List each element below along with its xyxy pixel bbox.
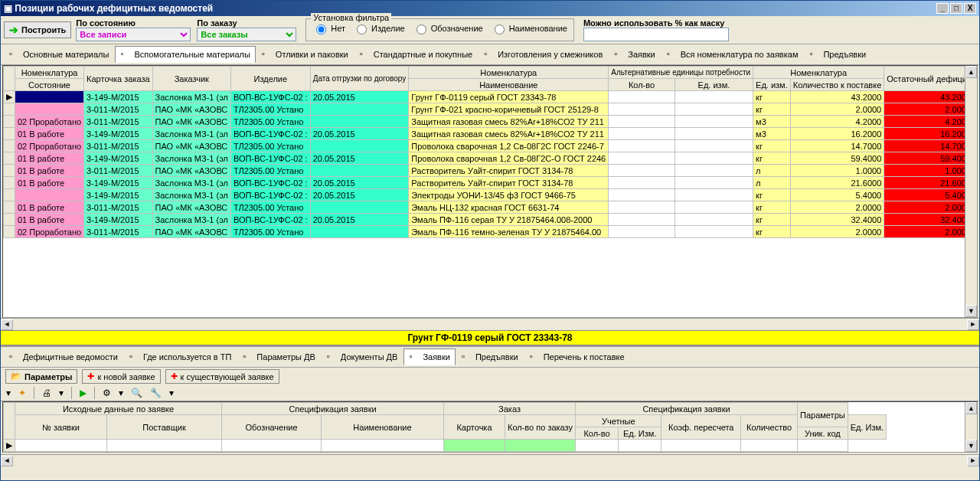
- lower-tab-6[interactable]: ▫Перечень к поставке: [524, 348, 630, 365]
- radio-desig[interactable]: Обозначение: [413, 22, 483, 34]
- lower-tab-0[interactable]: ▫Дефицитные ведомости: [4, 348, 123, 365]
- tab-icon: ▫: [120, 49, 131, 60]
- tab-icon: ▫: [129, 352, 140, 362]
- window-icon: ▣: [4, 3, 12, 14]
- tab-icon: ▫: [262, 49, 273, 60]
- table-row[interactable]: 3-011-M/2015 ПАО «МК «АЗОВС ТЛ2305.00 Ус…: [4, 103, 978, 116]
- mask-input[interactable]: [583, 28, 729, 41]
- tab-icon: ▫: [462, 352, 472, 362]
- lower-tabs: ▫Дефицитные ведомости▫Где используется в…: [1, 347, 979, 368]
- tab-icon: ▫: [667, 49, 678, 60]
- radio-no[interactable]: Нет: [312, 22, 345, 34]
- hscroll-lower[interactable]: ◄►: [1, 454, 979, 466]
- tab-icon: ▫: [530, 352, 541, 362]
- sub-tab-0[interactable]: 📂 Параметры: [5, 369, 77, 384]
- main-tab-3[interactable]: ▫Стандартные и покупные: [354, 46, 478, 63]
- order-select[interactable]: Все заказы: [197, 28, 296, 41]
- tab-icon: ▫: [614, 49, 625, 60]
- print-icon[interactable]: 🖨: [40, 387, 54, 399]
- lower-tab-2[interactable]: ▫Параметры ДВ: [237, 348, 320, 365]
- main-tab-5[interactable]: ▫Заявки: [609, 46, 661, 63]
- table-row[interactable]: ▶: [4, 440, 887, 452]
- table-row[interactable]: 02 Проработано 3-011-M/2015 ПАО «МК «АЗО…: [4, 226, 978, 238]
- mask-group: Можно использовать % как маску: [583, 18, 729, 41]
- filter-setup-group: Установка фильтра Нет Изделие Обозначени…: [305, 18, 574, 41]
- table-row[interactable]: 01 В работе 3-149-M/2015 Заслонка МЗ-1 (…: [4, 128, 978, 140]
- table-row[interactable]: 01 В работе 3-011-M/2015 ПАО «МК «АЗОВС …: [4, 201, 978, 214]
- table-row[interactable]: 01 В работе 3-149-M/2015 Заслонка МЗ-1 (…: [4, 152, 978, 165]
- radio-item[interactable]: Изделие: [353, 22, 405, 34]
- plus-icon: ✚: [171, 371, 178, 381]
- refresh-icon[interactable]: ✦: [16, 387, 28, 399]
- close-button[interactable]: X: [964, 3, 976, 14]
- search-icon[interactable]: 🔍: [129, 387, 145, 399]
- main-tabs: ▫Основные материалы▫Вспомогательные мате…: [1, 44, 979, 65]
- build-button[interactable]: ➔ Построить: [4, 21, 71, 38]
- tab-icon: ▫: [360, 49, 371, 60]
- lower-tab-5[interactable]: ▫Предъявки: [456, 348, 524, 365]
- state-select[interactable]: Все записи: [76, 28, 191, 41]
- sub-tabs: 📂 Параметры✚ к новой заявке✚ к существую…: [1, 368, 979, 385]
- radio-name[interactable]: Наименование: [491, 22, 567, 34]
- tab-icon: ▫: [484, 49, 495, 60]
- main-tab-1[interactable]: ▫Вспомогательные материалы: [115, 46, 255, 63]
- vscroll-lower[interactable]: ▲▼: [965, 402, 977, 452]
- main-tab-2[interactable]: ▫Отливки и паковки: [256, 46, 354, 63]
- flag-icon[interactable]: ▶: [77, 387, 89, 399]
- sub-tab-1[interactable]: ✚ к новой заявке: [82, 369, 160, 384]
- table-row[interactable]: 01 В работе 3-149-M/2015 Заслонка МЗ-1 (…: [4, 214, 978, 226]
- lower-tab-4[interactable]: ▫Заявки: [403, 348, 456, 365]
- tool-icon[interactable]: ⚙: [100, 387, 113, 399]
- dropdown-icon[interactable]: ▾: [4, 387, 13, 399]
- table-row[interactable]: ▶ 3-149-M/2015 Заслонка МЗ-1 (эл ВОП-ВС-…: [4, 91, 978, 103]
- filter-order: По заказу Все заказы: [197, 18, 296, 41]
- tab-icon: ▫: [243, 352, 253, 362]
- lower-tab-3[interactable]: ▫Документы ДВ: [322, 348, 403, 365]
- title-bar: ▣ Позиции рабочих дефицитных ведомостей …: [1, 1, 979, 16]
- table-row[interactable]: 01 В работе 3-149-M/2015 Заслонка МЗ-1 (…: [4, 177, 978, 189]
- arrow-right-icon: ➔: [9, 24, 18, 36]
- table-row[interactable]: 02 Проработано 3-011-M/2015 ПАО «МК «АЗО…: [4, 116, 978, 128]
- tab-icon: ▫: [809, 49, 820, 60]
- hscroll-main[interactable]: ◄►: [1, 318, 979, 330]
- window-title: Позиции рабочих дефицитных ведомостей: [15, 3, 213, 14]
- tab-icon: ▫: [409, 352, 420, 362]
- main-tab-6[interactable]: ▫Вся номенклатура по заявкам: [662, 46, 804, 63]
- tab-icon: ▫: [327, 352, 338, 362]
- minimize-button[interactable]: _: [936, 3, 949, 14]
- plus-icon: ✚: [87, 371, 94, 381]
- main-grid: Номенклатура Карточка заказа Заказчик Из…: [2, 65, 978, 318]
- tab-icon: ▫: [9, 49, 20, 60]
- vscroll[interactable]: ▲▼: [965, 66, 977, 317]
- tab-icon: ▫: [9, 352, 20, 362]
- table-row[interactable]: 02 Проработано 3-011-M/2015 ПАО «МК «АЗО…: [4, 140, 978, 152]
- wrench-icon[interactable]: 🔧: [148, 387, 164, 399]
- filter-bar: ➔ Построить По состоянию Все записи По з…: [1, 16, 979, 44]
- main-tab-7[interactable]: ▫Предъявки: [804, 46, 871, 63]
- sub-tab-2[interactable]: ✚ к существующей заявке: [165, 369, 279, 384]
- lower-grid: Исходные данные по заявке Спецификация з…: [2, 401, 978, 453]
- filter-state: По состоянию Все записи: [76, 18, 191, 41]
- lower-tab-1[interactable]: ▫Где используется в ТП: [124, 348, 237, 365]
- table-row[interactable]: 01 В работе 3-011-M/2015 ПАО «МК «АЗОВС …: [4, 165, 978, 177]
- maximize-button[interactable]: □: [950, 3, 962, 14]
- main-tab-4[interactable]: ▫Изготовления у смежников: [479, 46, 608, 63]
- selected-item-label: Грунт ГФ-0119 серый ГОСТ 23343-78: [1, 330, 979, 345]
- main-tab-0[interactable]: ▫Основные материалы: [4, 46, 114, 63]
- folder-icon: 📂: [11, 371, 21, 381]
- table-row[interactable]: 3-149-M/2015 Заслонка МЗ-1 (эл ВОП-ВС-1У…: [4, 189, 978, 201]
- lower-toolbar: ▾ ✦ 🖨 ▾ ▶ ⚙ ▾ 🔍 🔧 ▾: [1, 385, 979, 401]
